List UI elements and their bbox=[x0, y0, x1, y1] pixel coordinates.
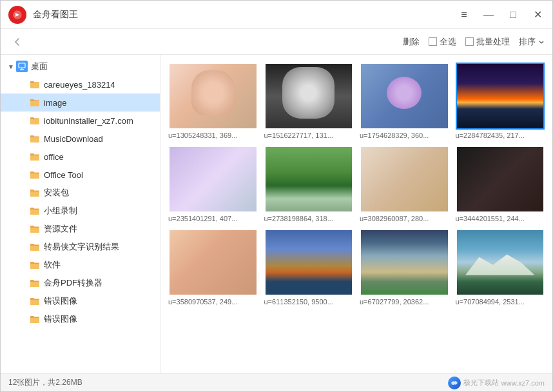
title-bar: 金舟看图王 ≡ — □ ✕ bbox=[1, 1, 552, 29]
image-item-1[interactable]: u=1305248331, 369... bbox=[168, 63, 258, 139]
main-content: ▼ 桌面 ▶ careueyes_183214 bbox=[1, 55, 552, 373]
folder-icon bbox=[29, 115, 41, 126]
image-item-5[interactable]: u=2351401291, 407... bbox=[168, 146, 258, 222]
sidebar-item-group[interactable]: ▶ 小组录制 bbox=[1, 202, 160, 220]
sidebar-item-label: image bbox=[44, 98, 66, 108]
image-thumbnail-6[interactable] bbox=[264, 146, 354, 213]
sidebar-item-ocr[interactable]: ▶ 转易侠文字识别结果 bbox=[1, 238, 160, 256]
image-item-12[interactable]: u=707084994, 2531... bbox=[456, 229, 545, 306]
tree-arrow-spacer: ▶ bbox=[19, 206, 29, 216]
tree-arrow-spacer: ▶ bbox=[19, 97, 29, 108]
sort-label: 排序 bbox=[519, 36, 536, 48]
image-thumbnail-7[interactable] bbox=[360, 146, 449, 213]
image-item-7[interactable]: u=3082960087, 280... bbox=[360, 146, 449, 222]
app-logo bbox=[8, 6, 26, 24]
sidebar-item-pdfconverter[interactable]: ▶ 金舟PDF转换器 bbox=[1, 274, 160, 292]
close-button[interactable]: ✕ bbox=[530, 8, 545, 22]
sidebar-item-musicdownload[interactable]: ▶ MusicDownload bbox=[1, 130, 160, 148]
image-thumbnail-4[interactable] bbox=[456, 63, 545, 130]
watermark: 极光下载站 www.xz7.com bbox=[448, 377, 545, 389]
sidebar-item-image[interactable]: ▶ image bbox=[1, 93, 160, 112]
tree-arrow-spacer: ▶ bbox=[19, 170, 29, 180]
image-label-11: u=67027799, 20362... bbox=[360, 298, 449, 306]
sidebar-item-label: 金舟PDF转换器 bbox=[44, 277, 102, 289]
sidebar-item-careueyes[interactable]: ▶ careueyes_183214 bbox=[1, 75, 160, 93]
sidebar-item-errorimg2[interactable]: ▶ 错误图像 bbox=[1, 310, 160, 328]
batch-checkbox[interactable] bbox=[465, 37, 474, 46]
image-label-10: u=611352150, 9500... bbox=[264, 298, 354, 306]
watermark-logo bbox=[448, 377, 461, 389]
tree-arrow-spacer: ▶ bbox=[19, 152, 29, 162]
image-label-5: u=2351401291, 407... bbox=[168, 215, 258, 222]
back-button[interactable] bbox=[8, 33, 26, 51]
image-item-2[interactable]: u=1516227717, 131... bbox=[264, 63, 354, 139]
image-label-6: u=2738198864, 318... bbox=[264, 215, 354, 222]
sidebar-item-desktop[interactable]: ▼ 桌面 bbox=[1, 57, 160, 75]
tree-arrow-spacer: ▶ bbox=[19, 115, 29, 126]
image-label-4: u=2284782435, 217... bbox=[456, 132, 545, 139]
sidebar-item-label: 资源文件 bbox=[44, 223, 77, 235]
minimize-button[interactable]: — bbox=[481, 8, 496, 22]
sidebar-item-officetool[interactable]: ▶ Office Tool bbox=[1, 166, 160, 184]
sidebar-item-resource[interactable]: ▶ 资源文件 bbox=[1, 220, 160, 238]
window-controls: ≡ — □ ✕ bbox=[457, 8, 545, 22]
image-thumbnail-3[interactable] bbox=[360, 63, 449, 130]
status-bar: 12张图片，共2.26MB 极光下载站 www.xz7.com bbox=[1, 373, 552, 391]
image-label-7: u=3082960087, 280... bbox=[360, 215, 449, 222]
tree-arrow-spacer: ▶ bbox=[19, 224, 29, 234]
desktop-icon bbox=[16, 61, 28, 72]
image-thumbnail-2[interactable] bbox=[264, 63, 354, 130]
tree-arrow-spacer: ▶ bbox=[19, 133, 29, 144]
watermark-url: www.xz7.com bbox=[501, 379, 545, 387]
maximize-button[interactable]: □ bbox=[506, 8, 520, 22]
select-all-checkbox[interactable] bbox=[429, 37, 437, 46]
tree-arrow-spacer: ▶ bbox=[19, 242, 29, 252]
image-label-9: u=3580970537, 249... bbox=[168, 298, 258, 306]
batch-action[interactable]: 批量处理 bbox=[465, 36, 510, 48]
sort-action[interactable]: 排序 bbox=[519, 36, 545, 48]
app-title: 金舟看图王 bbox=[33, 9, 457, 21]
image-thumbnail-12[interactable] bbox=[456, 229, 545, 296]
sidebar-item-software[interactable]: ▶ 软件 bbox=[1, 256, 160, 274]
logo-icon bbox=[12, 9, 23, 21]
sidebar-item-office[interactable]: ▶ office bbox=[1, 148, 160, 166]
image-thumbnail-11[interactable] bbox=[360, 229, 449, 296]
tree-arrow-icon: ▼ bbox=[6, 61, 16, 72]
sidebar: ▼ 桌面 ▶ careueyes_183214 bbox=[1, 55, 160, 373]
sidebar-item-errorimg1[interactable]: ▶ 错误图像 bbox=[1, 292, 160, 310]
image-thumbnail-5[interactable] bbox=[168, 146, 258, 213]
delete-label: 删除 bbox=[403, 36, 420, 48]
delete-action[interactable]: 删除 bbox=[403, 36, 420, 48]
image-item-6[interactable]: u=2738198864, 318... bbox=[264, 146, 354, 222]
select-all-label: 全选 bbox=[440, 36, 456, 48]
image-thumbnail-9[interactable] bbox=[168, 229, 258, 296]
sidebar-item-label: office bbox=[44, 152, 64, 162]
image-item-10[interactable]: u=611352150, 9500... bbox=[264, 229, 354, 306]
image-item-9[interactable]: u=3580970537, 249... bbox=[168, 229, 258, 306]
sidebar-item-label: 小组录制 bbox=[44, 205, 77, 217]
sidebar-item-label: 安装包 bbox=[44, 187, 69, 199]
sidebar-item-iobit[interactable]: ▶ iobituninstaller_xz7.com bbox=[1, 112, 160, 130]
sort-chevron-icon bbox=[538, 39, 545, 45]
image-item-8[interactable]: u=3444201551, 244... bbox=[456, 146, 545, 222]
image-label-3: u=1754628329, 360... bbox=[360, 132, 449, 139]
sidebar-item-setup[interactable]: ▶ 安装包 bbox=[1, 184, 160, 202]
image-item-3[interactable]: u=1754628329, 360... bbox=[360, 63, 449, 139]
image-item-11[interactable]: u=67027799, 20362... bbox=[360, 229, 449, 306]
image-thumbnail-10[interactable] bbox=[264, 229, 354, 296]
watermark-text: 极光下载站 bbox=[463, 378, 499, 387]
tree-arrow-spacer: ▶ bbox=[19, 278, 29, 288]
menu-button[interactable]: ≡ bbox=[457, 8, 471, 22]
image-thumbnail-8[interactable] bbox=[456, 146, 545, 213]
folder-icon bbox=[29, 187, 41, 199]
image-item-4[interactable]: u=2284782435, 217... bbox=[456, 63, 545, 139]
image-thumbnail-1[interactable] bbox=[168, 63, 258, 130]
folder-icon bbox=[29, 133, 41, 144]
sidebar-item-label: careueyes_183214 bbox=[44, 80, 115, 90]
svg-rect-1 bbox=[19, 63, 25, 68]
folder-icon bbox=[29, 205, 41, 217]
sidebar-item-label: iobituninstaller_xz7.com bbox=[44, 116, 133, 126]
select-all-action[interactable]: 全选 bbox=[429, 36, 456, 48]
folder-icon bbox=[29, 151, 41, 162]
toolbar-actions: 删除 全选 批量处理 排序 bbox=[403, 36, 545, 48]
